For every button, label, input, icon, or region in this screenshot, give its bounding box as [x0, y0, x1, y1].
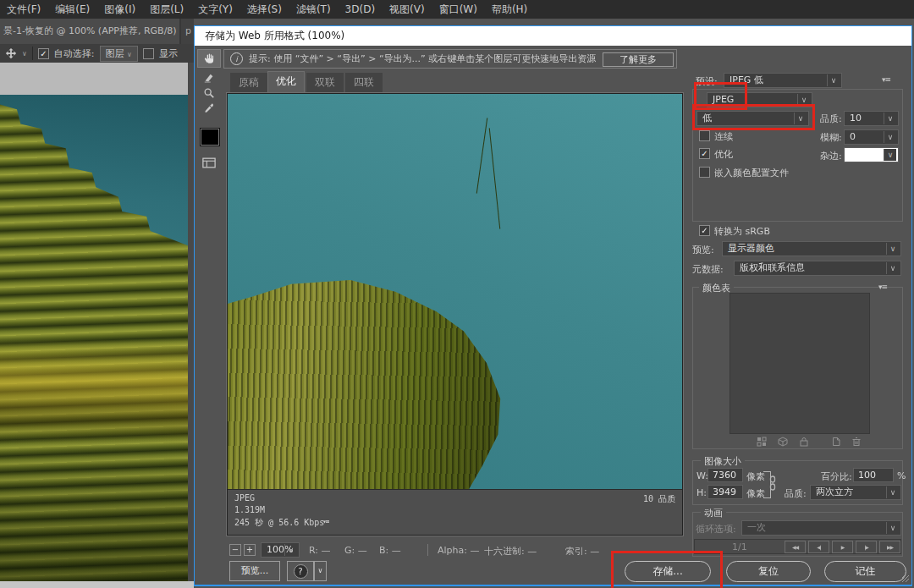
percent-unit: % — [897, 470, 906, 481]
quality-input[interactable]: 10∨ — [844, 111, 899, 126]
chevron-down-icon: ∨ — [127, 51, 132, 58]
next-frame-button[interactable]: |▶ — [856, 541, 877, 553]
optimized-checkbox[interactable]: ✓ — [699, 148, 710, 159]
preview-mode-dropdown[interactable]: 显示器颜色∨ — [722, 241, 901, 256]
zoom-in-button[interactable]: + — [244, 544, 256, 556]
delete-color-button[interactable] — [851, 437, 862, 447]
lock-color-button[interactable] — [799, 437, 809, 447]
preview-format: JPEG — [234, 493, 255, 503]
web-shift-button[interactable] — [778, 437, 788, 447]
status-menu-icon[interactable]: ▾≡ — [322, 518, 329, 525]
browser-list-chevron[interactable]: ∨ — [314, 561, 327, 581]
move-tool-icon[interactable] — [5, 47, 17, 59]
document-tab[interactable]: 景-1-恢复的 @ 100% (APP推荐, RGB/8) *× — [0, 19, 179, 44]
menu-type[interactable]: 文字(Y) — [198, 3, 233, 17]
browser-select-button[interactable]: ? — [287, 561, 314, 581]
tab-2up[interactable]: 双联 — [306, 73, 344, 92]
last-frame-button[interactable]: ▶▶ — [879, 541, 900, 553]
menu-select[interactable]: 选择(S) — [247, 3, 282, 17]
preview-download-rate: 245 秒 @ 56.6 Kbps — [234, 517, 324, 529]
color-table-swatches[interactable] — [730, 293, 870, 434]
menu-file[interactable]: 文件(F) — [7, 3, 41, 17]
play-button[interactable]: ▶ — [832, 541, 853, 553]
chevron-down-icon: ∨ — [884, 131, 896, 143]
terraces-shadow — [0, 436, 188, 582]
show-transform-checkbox[interactable] — [143, 48, 154, 59]
menu-filter[interactable]: 滤镜(T) — [296, 3, 331, 17]
convert-srgb-label: 转换为 sRGB — [714, 225, 770, 238]
grass-texture — [228, 94, 682, 490]
link-dimensions-icon[interactable] — [768, 475, 777, 491]
width-unit: 像素 — [746, 470, 765, 483]
document-tab-title: 景-1-恢复的 @ 100% (APP推荐, RGB/8) * — [3, 25, 179, 36]
show-label: 显示 — [159, 47, 178, 60]
percent-input[interactable]: 100 — [853, 468, 894, 482]
color-table-panel-menu-icon[interactable]: ▾≡ — [878, 283, 887, 291]
metadata-dropdown[interactable]: 版权和联系信息∨ — [734, 261, 901, 276]
convert-srgb-checkbox[interactable]: ✓ — [699, 225, 710, 236]
resize-grip[interactable] — [902, 575, 909, 582]
chevron-down-icon: ∨ — [886, 486, 899, 498]
eyedropper-icon — [203, 102, 215, 114]
learn-more-button[interactable]: 了解更多 — [603, 52, 674, 67]
menu-help[interactable]: 帮助(H) — [492, 3, 527, 17]
hand-icon — [203, 52, 216, 65]
hex-value: 十六进制: — — [484, 545, 537, 558]
matte-swatch-dropdown[interactable]: ∨ — [844, 147, 899, 162]
app-status-strip — [0, 581, 194, 588]
zoom-out-button[interactable]: − — [229, 544, 241, 556]
loop-options-dropdown: 一次∨ — [741, 520, 901, 536]
dither-algorithm-button[interactable] — [757, 437, 767, 447]
hand-tool-button[interactable] — [197, 49, 221, 68]
preset-panel-menu-icon[interactable]: ▾≡ — [882, 75, 890, 84]
toggle-slices-button[interactable] — [197, 153, 221, 172]
tab-4up[interactable]: 四联 — [345, 73, 383, 92]
height-label: H: — [697, 487, 707, 498]
width-label: W: — [697, 470, 708, 481]
canvas-edge — [188, 63, 194, 588]
new-color-button[interactable] — [831, 437, 841, 447]
chevron-down-icon: ∨ — [884, 113, 896, 124]
eyedropper-tool-button[interactable] — [197, 99, 221, 118]
blur-input[interactable]: 0∨ — [844, 129, 899, 145]
eyedropper-color-swatch[interactable] — [200, 128, 220, 146]
divider — [427, 544, 428, 556]
slice-select-icon — [203, 72, 215, 84]
menu-image[interactable]: 图像(I) — [104, 3, 135, 17]
chevron-down-icon[interactable]: ∨ — [22, 50, 27, 58]
preview-in-browser-button[interactable]: 预览... — [229, 561, 280, 581]
menu-view[interactable]: 视图(V) — [389, 3, 425, 17]
alpha-value: Alpha: — — [438, 545, 479, 556]
tab-original[interactable]: 原稿 — [230, 73, 267, 92]
previous-frame-button[interactable]: ◀| — [808, 541, 829, 553]
chevron-down-icon: ∨ — [827, 74, 840, 86]
auto-select-checkbox[interactable]: ✓ — [38, 48, 49, 59]
auto-select-dropdown[interactable]: 图层 ∨ — [100, 46, 138, 62]
dialog-title-bar[interactable]: 存储为 Web 所用格式 (100%) — [195, 26, 911, 46]
preview-filesize: 1.319M — [234, 505, 265, 514]
menu-3d[interactable]: 3D(D) — [345, 3, 375, 15]
tab-optimized[interactable]: 优化 — [267, 71, 305, 93]
menu-window[interactable]: 窗口(W) — [439, 3, 477, 17]
resample-quality-dropdown[interactable]: 两次立方∨ — [810, 485, 901, 500]
preview-image[interactable] — [228, 94, 682, 490]
remember-button[interactable]: 记住 — [824, 561, 906, 582]
chevron-down-icon: ∨ — [886, 262, 899, 274]
auto-select-label: 自动选择: — [54, 47, 95, 60]
magnifier-icon — [203, 87, 215, 99]
cube-icon — [778, 437, 788, 447]
width-input[interactable]: 7360 — [708, 468, 743, 482]
terraces-photo[interactable] — [0, 95, 188, 581]
document-tab-partial[interactable]: p — [181, 19, 194, 44]
progressive-checkbox[interactable] — [699, 130, 710, 141]
zoom-level-dropdown[interactable]: 100%∨ — [261, 542, 300, 558]
annotation-save-box — [611, 551, 723, 588]
menu-edit[interactable]: 编辑(E) — [55, 3, 90, 17]
embed-profile-checkbox[interactable] — [699, 167, 710, 178]
menu-layer[interactable]: 图层(L) — [150, 3, 184, 17]
dither-grid-icon — [757, 437, 767, 447]
height-input[interactable]: 3949 — [708, 485, 743, 499]
reset-button[interactable]: 复位 — [726, 561, 811, 582]
first-frame-button[interactable]: ◀◀ — [785, 541, 806, 553]
blur-label: 模糊: — [820, 131, 842, 144]
